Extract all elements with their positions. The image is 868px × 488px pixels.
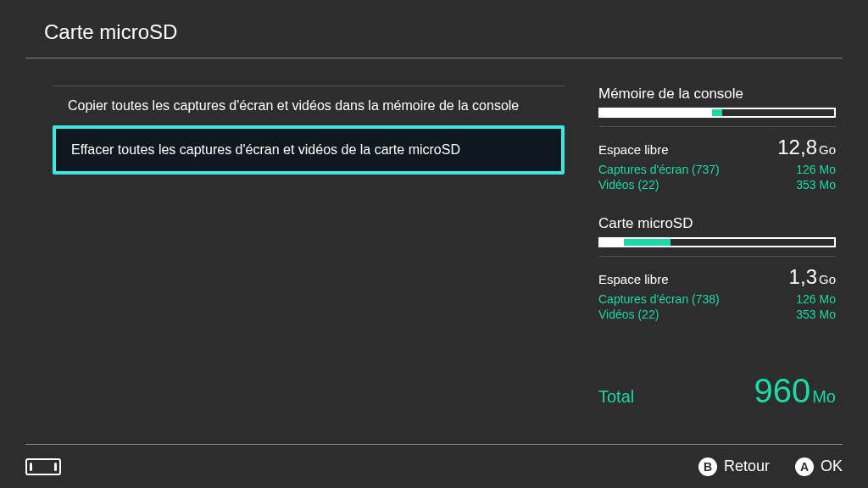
videos-label: Vidéos (22)	[598, 308, 659, 321]
storage-console-videos: Vidéos (22) 353 Mo	[598, 178, 836, 191]
storage-console-bar	[598, 108, 836, 118]
option-label: Effacer toutes les captures d'écran et v…	[71, 142, 460, 157]
videos-value: 353 Mo	[796, 308, 836, 321]
free-label: Espace libre	[598, 142, 669, 157]
total-value: 960Mo	[754, 372, 836, 410]
storage-console-screenshots: Captures d'écran (737) 126 Mo	[598, 163, 836, 176]
storage-console: Mémoire de la console Espace libre 12,8G…	[598, 86, 836, 191]
screenshots-label: Captures d'écran (737)	[598, 163, 720, 176]
header: Carte microSD	[0, 0, 868, 58]
storage-sdcard-screenshots: Captures d'écran (738) 126 Mo	[598, 292, 836, 306]
divider	[598, 126, 836, 127]
storage-sdcard: Carte microSD Espace libre 1,3Go Capture…	[598, 215, 836, 321]
videos-label: Vidéos (22)	[598, 178, 659, 191]
content: Copier toutes les captures d'écran et vi…	[0, 58, 868, 410]
storage-sdcard-title: Carte microSD	[598, 215, 836, 232]
screenshots-value: 126 Mo	[796, 163, 836, 176]
storage-sdcard-bar	[598, 237, 836, 247]
b-button-icon: B	[698, 458, 717, 476]
free-value: 12,8Go	[777, 136, 836, 159]
storage-panel: Mémoire de la console Espace libre 12,8G…	[598, 58, 843, 410]
screenshots-value: 126 Mo	[796, 292, 836, 306]
footer-buttons: B Retour A OK	[698, 458, 843, 476]
storage-sdcard-videos: Vidéos (22) 353 Mo	[598, 308, 836, 321]
free-value: 1,3Go	[789, 265, 836, 289]
total-label: Total	[598, 387, 634, 407]
free-label: Espace libre	[598, 272, 669, 286]
a-button-icon: A	[795, 458, 814, 476]
controller-icon[interactable]	[25, 458, 61, 475]
storage-total: Total 960Mo	[598, 363, 836, 410]
storage-console-free: Espace libre 12,8Go	[598, 136, 836, 159]
back-label: Retour	[724, 458, 770, 475]
option-label: Copier toutes les captures d'écran et vi…	[68, 98, 519, 113]
page-title: Carte microSD	[44, 20, 868, 44]
divider	[598, 256, 836, 257]
bar-media	[624, 239, 670, 246]
options-panel: Copier toutes les captures d'écran et vi…	[25, 58, 565, 410]
back-button[interactable]: B Retour	[698, 458, 770, 476]
screenshots-label: Captures d'écran (738)	[598, 292, 720, 306]
option-copy-all[interactable]: Copier toutes les captures d'écran et vi…	[53, 86, 565, 126]
storage-console-title: Mémoire de la console	[598, 86, 836, 103]
footer: B Retour A OK	[25, 444, 843, 488]
ok-button[interactable]: A OK	[795, 458, 843, 476]
storage-sdcard-free: Espace libre 1,3Go	[598, 265, 836, 289]
bar-used	[600, 109, 712, 116]
videos-value: 353 Mo	[796, 178, 836, 191]
bar-media	[712, 109, 721, 116]
option-delete-all[interactable]: Effacer toutes les captures d'écran et v…	[53, 125, 565, 175]
ok-label: OK	[821, 458, 843, 475]
bar-used	[600, 239, 624, 246]
